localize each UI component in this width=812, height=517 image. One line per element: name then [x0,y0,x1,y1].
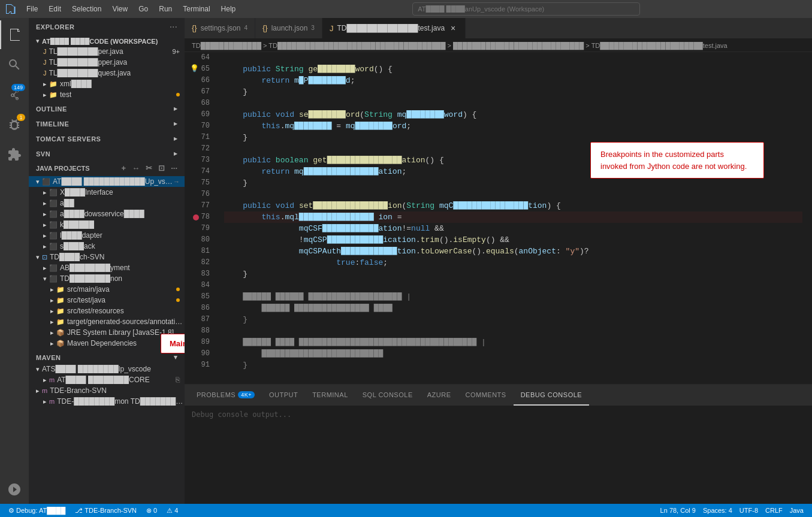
panel-tab-comments[interactable]: COMMENTS [458,385,514,406]
file-item-3[interactable]: J TL████████quest.java [29,68,185,78]
status-eol[interactable]: CRLF [763,507,785,514]
maven-core[interactable]: ▸ m AT████ ████████CORE ⎘ [29,374,185,385]
code-81: mqCSPAuth████████████tion.toLowerCase().… [224,246,802,257]
activity-extensions[interactable] [0,140,29,169]
menu-view[interactable]: View [107,4,132,14]
code-lines: public String ge████████word() { return … [215,52,812,371]
activity-source-control[interactable]: 149 [0,80,29,109]
status-warnings[interactable]: ⚠ 4 [164,507,180,515]
menu-file[interactable]: File [22,4,43,14]
editor-container: Breakpoints in the customized partsinvok… [185,52,812,384]
java-item-ack[interactable]: ▸ ⬛ s████ack [29,241,185,252]
chevron-right-maven-dep: ▸ [50,340,54,347]
status-encoding[interactable]: UTF-8 [737,507,760,514]
java-projects-header[interactable]: JAVA PROJECTS + ↔ ✂ ⊡ ··· [29,160,185,176]
file-item-2[interactable]: J TL████████pper.java [29,57,185,68]
status-errors[interactable]: ⊗ 0 [144,507,159,515]
workspace-header[interactable]: ▾ AT████ ████CODE (WORKSPACE) [29,36,185,46]
panel-tab-debug[interactable]: DEBUG CONSOLE [514,385,589,406]
breakpoint-78 [193,214,199,220]
xml-folder[interactable]: ▸ 📁 xml████ [29,78,185,89]
java-item-label-5: s████ack [60,242,95,250]
settings-icon[interactable]: ✂ [143,162,155,174]
tomcat-section[interactable]: TOMCAT SERVERS ▸ [29,130,185,145]
maven-tde-branch[interactable]: ▸ m TDE-Branch-SVN [29,385,185,396]
explorer-menu[interactable]: ··· [170,22,177,32]
java-item-dowsservice[interactable]: ▸ ⬛ a████dowsservice████ [29,208,185,219]
more-icon[interactable]: ··· [168,162,180,174]
file-item-1[interactable]: J TL████████per.java 9+ [29,46,185,57]
panel-tab-problems[interactable]: PROBLEMS 4K+ [189,385,262,406]
folder-res: 📁 [56,307,65,315]
panel-tab-terminal[interactable]: TERMINAL [305,385,355,406]
status-spaces[interactable]: Spaces: 4 [701,507,735,514]
java-projects-label: JAVA PROJECTS [36,165,90,172]
tab-num-1: 4 [244,25,247,31]
status-lang[interactable]: Java [787,507,806,514]
test-folder[interactable]: ▸ 📁 test [29,89,185,100]
panel-placeholder: Debug console output... [192,410,291,419]
src-test-resources[interactable]: ▸ 📁 src/test/resources [29,306,185,316]
target-generated[interactable]: ▸ 📁 target/generated-sources/annotations [29,316,185,327]
activity-explorer[interactable] [0,20,29,49]
status-debug[interactable]: ⚙ Debug: AT████ [6,507,68,515]
maven-workspace-label: ATS████ ████████lp_vscode [42,365,151,373]
folder-icon: 📁 [49,80,58,88]
tab-label-1: settings.json [201,24,241,32]
breadcrumb-text: TD█████████████ > TD████████████████████… [192,42,728,49]
tab-test-java[interactable]: J TD██████████████test.java × [322,18,466,38]
status-ln-col[interactable]: Ln 78, Col 9 [658,507,698,514]
titlebar-search-input[interactable] [412,2,640,16]
java-item-interface[interactable]: ▸ ⬛ X████Interface [29,187,185,198]
java-item-dapter[interactable]: ▸ ⬛ l████dapter [29,230,185,241]
src-main-java[interactable]: ▸ 📁 src/main/java [29,284,185,295]
menu-edit[interactable]: Edit [44,4,66,14]
main-core-annotation: Main Core Application [161,334,185,353]
chevron-right-jre: ▸ [50,329,54,337]
code-82: true:false; [224,257,802,268]
copy-icon[interactable]: ⎘ [176,376,180,384]
tab-settings-json[interactable]: {} settings.json 4 [185,18,255,38]
chevron-right-d: ▸ [43,210,47,218]
svn-project[interactable]: ▾ ⊡ TD████ch-SVN [29,252,185,262]
tab-launch-json[interactable]: {} launch.json 3 [255,18,322,38]
src-test-java[interactable]: ▸ 📁 src/test/java [29,295,185,306]
activity-debug[interactable]: 1 [0,110,29,139]
tab-label-3: TD██████████████test.java [337,24,445,32]
menu-help[interactable]: Help [216,4,241,14]
outline-section[interactable]: OUTLINE ▸ [29,100,185,115]
activity-remote[interactable] [0,475,29,504]
svn-item-td[interactable]: ▾ ⬛ TD████████non [29,273,185,284]
java-item-a[interactable]: ▸ ⬛ a██ [29,198,185,208]
panel-tab-azure[interactable]: AZURE [420,385,458,406]
file-name-3: TL████████quest.java [49,69,131,77]
chevron-right-timeline: ▸ [174,120,178,128]
editor[interactable]: 64 💡65 66 67 68 69 70 71 72 73 74 75 76 … [185,52,812,384]
sync-icon[interactable]: ↔ [129,162,142,174]
navigate-icon[interactable]: → [173,178,180,185]
menu-go[interactable]: Go [134,4,153,14]
panel-tab-output[interactable]: OUTPUT [262,385,305,406]
menu-selection[interactable]: Selection [67,4,106,14]
java-workspace[interactable]: ▾ ⬛ AT████ ████████████Up_vscode → [29,176,185,187]
menu-terminal[interactable]: Terminal [178,4,215,14]
maven-tde-label: TDE-Branch-SVN [50,386,107,395]
panel-tab-sql[interactable]: SQL CONSOLE [355,385,420,406]
menu-run[interactable]: Run [154,4,177,14]
add-project-icon[interactable]: + [119,162,129,174]
maven-workspace[interactable]: ▾ ATS████ ████████lp_vscode [29,364,185,374]
activity-search[interactable] [0,50,29,79]
class-icon-d: ⬛ [49,210,58,218]
svn-section[interactable]: SVN ▸ [29,145,185,160]
timeline-section[interactable]: TIMELINE ▸ [29,115,185,130]
collapse-icon[interactable]: ⊡ [156,162,167,174]
test-badge [176,93,180,96]
problems-badge: 4K+ [238,391,255,398]
chevron-right-svn: ▸ [174,150,178,158]
azure-label: AZURE [427,391,451,398]
svn-item-ab[interactable]: ▸ ⬛ AB████████yment [29,262,185,273]
maven-tde-common[interactable]: ▸ m TDE-████████mon TD████████████████mo… [29,396,185,407]
tab-close-button[interactable]: × [448,23,458,33]
java-item-k[interactable]: ▸ ⬛ k██████ [29,219,185,230]
status-branch[interactable]: ⎇ TDE-Branch-SVN [73,507,139,515]
